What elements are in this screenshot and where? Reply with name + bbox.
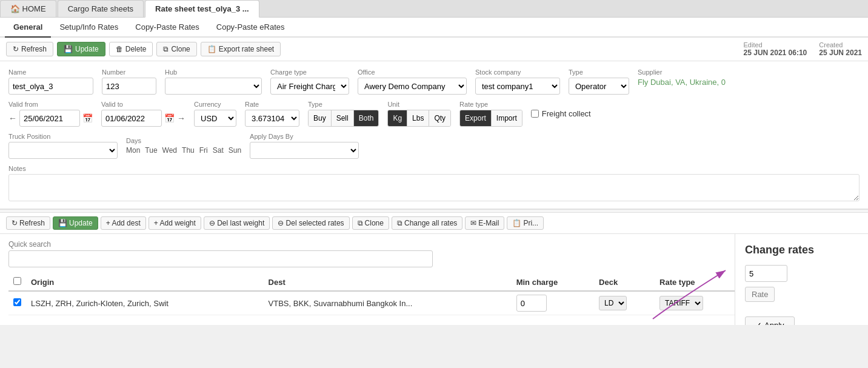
clone-rates-button[interactable]: ⧉ Clone [352,216,389,230]
hub-field-group: Hub [165,69,262,95]
notes-field-group: Notes [8,165,860,201]
currency-select[interactable]: USD [194,110,236,127]
truck-position-select[interactable] [8,142,118,159]
rate-type-export-button[interactable]: Export [460,110,492,126]
row-checkbox[interactable] [13,298,21,306]
notes-input[interactable] [8,174,860,201]
freight-collect-checkbox[interactable] [531,110,539,118]
tab-home[interactable]: 🏠 HOME [0,0,56,17]
charge-type-select[interactable]: Air Freight Charg [270,78,349,95]
unit-toggle-group: Kg Lbs Qty [387,110,451,127]
rate-type-import-button[interactable]: Import [492,110,522,126]
hub-select[interactable] [165,78,262,95]
deck-select[interactable]: LD [599,296,627,310]
apply-days-select[interactable] [250,142,359,159]
valid-to-next-button[interactable]: → [177,113,185,123]
calendar-icon-2[interactable]: 📅 [164,113,175,123]
row-rate-type: TARIFF [655,291,741,315]
refresh-rates-button[interactable]: ↻ Refresh [6,216,50,230]
clone-button[interactable]: ⧉ Clone [156,42,196,56]
unit-field-group: Unit Kg Lbs Qty [387,101,451,127]
refresh2-icon: ↻ [12,219,18,227]
col-rate-type: Rate type [655,273,741,291]
tab-bar: 🏠 HOME Cargo Rate sheets Rate sheet test… [0,0,868,18]
print-icon: 📋 [512,219,521,227]
tab-ratesheet[interactable]: Rate sheet test_olya_3 ... [145,0,259,18]
trash-icon: 🗑 [116,45,123,53]
rate-value-input[interactable] [745,265,787,282]
calendar-icon[interactable]: 📅 [82,113,93,123]
col-dest: Dest [264,273,512,291]
currency-label: Currency [194,101,236,108]
row-deck: LD [594,291,655,315]
edited-label: Edited [744,41,807,49]
sub-tab-copy-paste[interactable]: Copy-Paste Rates [127,18,208,38]
sub-tab-copy-paste-e[interactable]: Copy-Paste eRates [208,18,293,38]
sub-tab-general[interactable]: General [5,18,51,38]
unit-qty-button[interactable]: Qty [429,110,450,126]
supplier-link[interactable]: Fly Dubai, VA, Ukraine, 0 [638,78,726,87]
print-button[interactable]: 📋 Pri... [507,216,544,230]
rate-type-field-group: Rate type Export Import [459,101,522,127]
number-input[interactable] [102,78,156,95]
sub-tab-setup[interactable]: Setup/Info Rates [51,18,127,38]
unit-label: Unit [387,101,451,108]
rate-field-group: Rate 3.673104 [245,101,299,127]
type-both-button[interactable]: Both [354,110,379,126]
charge-type-label: Charge type [270,69,349,76]
valid-to-input[interactable] [101,110,162,127]
apply-button[interactable]: ✓ Apply [745,316,795,325]
toolbar-meta: Edited 25 JUN 2021 06:10 Created 25 JUN … [744,41,862,57]
type-sell-button[interactable]: Sell [332,110,354,126]
refresh-button[interactable]: ↻ Refresh [6,42,53,56]
supplier-field-group: Supplier Fly Dubai, VA, Ukraine, 0 [638,69,726,87]
number-field-group: Number [102,69,156,95]
export-icon: 📋 [207,45,216,53]
checkmark-icon: ✓ [755,321,762,325]
add-weight-button[interactable]: + Add weight [149,216,201,230]
created-value: 25 JUN 2021 [819,49,862,57]
select-all-checkbox[interactable] [13,277,21,285]
rate-label: Rate [245,101,299,108]
col-deck: Deck [594,273,655,291]
row-dest: VTBS, BKK, Suvarnabhumi Bangkok In... [264,291,512,315]
quick-search-input[interactable] [8,250,433,267]
stock-company-label: Stock company [475,69,560,76]
days-field-group: Days Mon Tue Wed Thu Fri Sat Sun [126,137,241,155]
type-select[interactable]: Operator [569,78,629,95]
del-last-weight-button[interactable]: ⊖ Del last weight [204,216,270,230]
change-all-rates-button[interactable]: ⧉ Change all rates [392,216,462,230]
supplier-label: Supplier [638,69,726,76]
update-rates-button[interactable]: 💾 Update [53,216,98,230]
rate-select[interactable]: 3.673104 [245,110,299,127]
email-button[interactable]: ✉ E-Mail [465,216,504,230]
row-min-charge [512,291,594,315]
tab-cargo[interactable]: Cargo Rate sheets [58,0,144,17]
update-button[interactable]: 💾 Update [57,42,105,56]
rates-table: Origin Dest Min charge Deck Rate type Co… [8,273,860,315]
day-tue: Tue [145,146,157,155]
truck-position-label: Truck Position [8,133,118,140]
del-selected-rates-button[interactable]: ⊖ Del selected rates [272,216,349,230]
main-form: Name Number Hub Charge type Air Freight … [0,61,868,209]
unit-kg-button[interactable]: Kg [388,110,407,126]
office-select[interactable]: Awery Demo Company [358,78,467,95]
valid-to-label: Valid to [101,101,185,108]
export-button[interactable]: 📋 Export rate sheet [201,42,281,56]
add-dest-button[interactable]: + Add dest [101,216,146,230]
valid-from-prev-button[interactable]: ← [8,113,17,123]
name-input[interactable] [8,78,93,95]
change-rates-panel: Change rates Rate ✓ Apply [735,234,868,325]
type2-field-group: Type Buy Sell Both [308,101,379,127]
type-buy-button[interactable]: Buy [309,110,332,126]
number-label: Number [102,69,156,76]
valid-from-input[interactable] [19,110,80,127]
table-row: LSZH, ZRH, Zurich-Kloten, Zurich, Swit V… [8,291,860,315]
unit-lbs-button[interactable]: Lbs [407,110,429,126]
delete-button[interactable]: 🗑 Delete [109,42,153,56]
clone-icon: ⧉ [163,45,169,53]
rate-type-row-select[interactable]: TARIFF [659,296,703,310]
min-charge-input[interactable] [516,295,547,312]
stock-company-select[interactable]: test company1 [475,78,560,95]
hub-label: Hub [165,69,262,76]
